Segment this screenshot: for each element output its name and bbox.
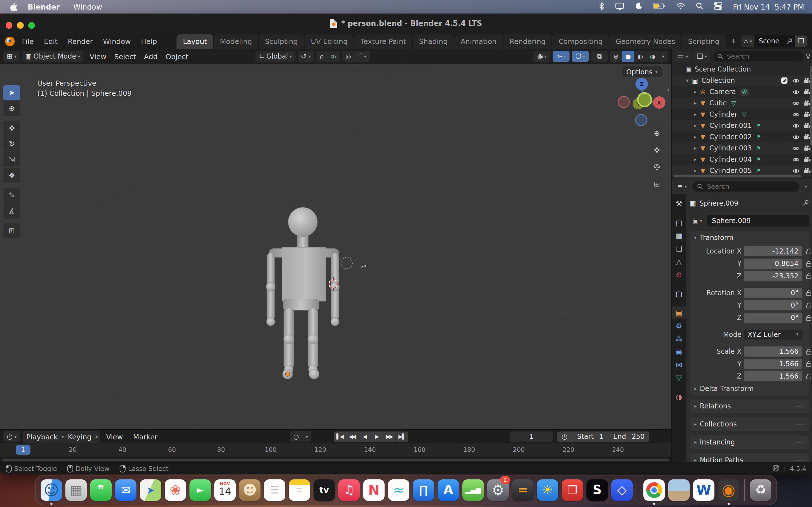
transform-value-field[interactable]: -0.8654 [744,258,802,269]
prev-keyframe-button[interactable]: ◀◀ [346,431,359,442]
selectability-checkbox[interactable] [779,77,790,84]
menubar-item-window[interactable]: Window [73,3,102,11]
properties-options-dropdown[interactable]: ▾ [801,181,810,192]
person-torso[interactable] [282,247,326,301]
snap-toggle[interactable]: ∩ [316,51,327,62]
menu-file[interactable]: File [17,35,39,47]
vp-menu-select[interactable]: Select [110,50,140,62]
proportional-editing-toggle[interactable]: ◎ [342,51,354,62]
frame-end-field[interactable]: End250 [609,432,649,442]
transform-value-field[interactable]: -12.142 [744,246,802,256]
dock-messages[interactable]: ❞ [89,475,113,505]
control-center-icon[interactable] [714,2,722,12]
camera-view-button[interactable]: ✇ [650,159,664,174]
tl-menu-view[interactable]: View [102,431,127,443]
hide-eye-icon[interactable] [790,133,801,140]
disable-in-renders-icon[interactable] [801,156,812,163]
new-scene-button[interactable]: ❐ [795,36,807,47]
outliner-search-input[interactable] [726,52,799,61]
hide-eye-icon[interactable] [790,156,801,163]
wifi-icon[interactable] [676,3,685,11]
object-name[interactable]: Cylinder.002 [709,133,752,141]
menubar-app-name[interactable]: Blender [28,3,60,11]
expander-icon[interactable]: ▸ [692,168,699,173]
dock-separator-2[interactable] [741,475,748,505]
tab-compositing[interactable]: Compositing [552,34,610,49]
dock-word[interactable]: W [691,475,716,505]
vp-menu-add[interactable]: Add [140,50,161,62]
dock-news[interactable]: N [361,475,386,505]
tab-shading[interactable]: Shading [413,34,455,49]
search-icon[interactable] [696,2,703,11]
outliner-row-cylinder-003[interactable]: ▸ ▼ Cylinder.003 ⚑ [672,143,812,154]
gizmo-axis-x[interactable]: X [653,96,665,109]
playhead-frame-chip[interactable]: 1 [16,445,31,455]
transform-orientation-selector[interactable]: ∟Global▾ [255,51,295,62]
lock-icon[interactable] [805,260,812,267]
tool-cursor[interactable]: ⊕ [3,101,20,116]
dock-chrome[interactable] [642,475,666,505]
lock-icon[interactable] [805,314,812,321]
lock-icon[interactable] [805,360,812,367]
lock-icon[interactable] [805,302,812,308]
panel-collections[interactable]: ▾Collections···· [690,417,809,431]
tl-menu-marker[interactable]: Marker [129,431,161,443]
window-title-bar[interactable]: * person.blend - Blender 4.5.4 LTS [0,13,812,33]
tab-scene[interactable]: △ [672,255,686,268]
filter-icon[interactable]: ∇ [806,52,810,60]
person-model[interactable] [266,207,340,379]
lock-icon[interactable] [805,373,812,379]
transform-value-field[interactable]: 0° [744,313,802,323]
tab-collection[interactable]: ▢ [672,287,686,300]
transform-value-field[interactable]: 1.566 [744,346,802,356]
tab-constraints[interactable]: ⋈ [672,358,686,371]
shading-wireframe-button[interactable]: ⊕ [610,51,622,62]
menu-help[interactable]: Help [136,35,162,47]
tool-rotate[interactable]: ↻ [3,136,20,152]
tab-modifiers[interactable]: ⚙ [672,320,686,332]
vp-menu-view[interactable]: View [86,50,110,62]
zoom-button[interactable]: ⊕ [650,126,664,140]
tool-transform[interactable]: ❖ [3,168,20,183]
lock-icon[interactable] [805,289,812,296]
outliner-row-cylinder-001[interactable]: ▸ ▼ Cylinder.001 ⚑ [672,120,812,131]
dock-contacts[interactable]: ☻ [238,475,262,505]
object-name[interactable]: Cube [709,99,727,107]
transform-value-field[interactable]: 1.566 [744,358,802,369]
tab-render[interactable]: ▤ [672,216,686,229]
hide-eye-icon[interactable] [790,77,801,84]
expander-icon[interactable]: ▸ [692,112,699,117]
dock-blender[interactable]: ◉ [716,475,741,505]
tab-world[interactable]: ⊕ [672,268,686,281]
object-name[interactable]: Collection [702,76,735,84]
viewport-3d[interactable]: User Perspective (1) Collection | Sphere… [0,64,671,429]
gizmo-axis-z-neg[interactable] [636,114,647,126]
orthographic-view-button[interactable]: ⊞ [650,176,664,191]
transform-panel-header[interactable]: ▾Transform···· [690,231,809,244]
shading-dropdown[interactable]: ▾ [659,51,668,62]
add-workspace-button[interactable]: + [726,34,741,48]
dock-numbers[interactable]: ▂▄▆ [461,475,486,505]
dock-app-store[interactable]: A [436,475,461,505]
outliner-display-mode-button[interactable]: ❏▾ [694,51,711,62]
dock-keynote[interactable]: ∏ [411,475,436,505]
scene-name[interactable]: Scene [754,37,784,45]
drag-grip-icon[interactable]: ···· [795,439,805,445]
tab-texture-paint[interactable]: Texture Paint [354,34,413,49]
show-overlays-toggle[interactable]: ❍▾ [572,51,589,62]
dock-calculator[interactable]: = [510,475,535,505]
gizmo-axis-z[interactable]: Z [636,78,648,90]
object-browse-button[interactable]: ▣▾ [690,215,705,226]
delta-transform-header[interactable]: ▾Delta Transform [690,383,809,395]
tool-add-cube[interactable]: ⊞ [3,223,20,238]
outliner-vertical-scrollbar[interactable] [810,66,812,145]
rotation-mode-dropdown[interactable]: XYZ Euler▾ [744,329,802,339]
navigation-gizmo[interactable]: Y Z X [609,71,671,133]
tab-tool[interactable]: ⚒ [672,197,686,210]
menu-render[interactable]: Render [63,35,98,47]
tab-geometry-nodes[interactable]: Geometry Nodes [610,34,682,49]
dock-separator-1[interactable] [635,475,642,505]
disable-in-renders-icon[interactable] [801,145,812,152]
hide-eye-icon[interactable] [790,100,801,107]
tl-menu-playback[interactable]: Playback [22,431,62,443]
